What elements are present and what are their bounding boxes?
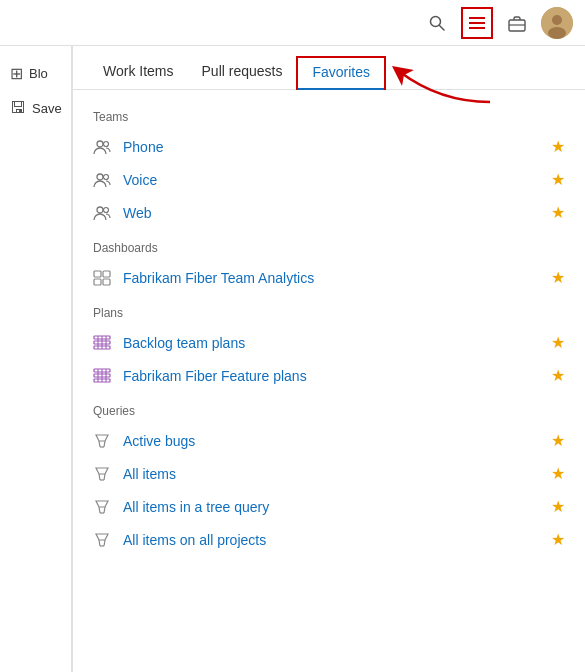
- team-icon: [93, 139, 113, 155]
- svg-line-30: [99, 441, 100, 447]
- item-label-backlog-plans: Backlog team plans: [123, 335, 543, 351]
- plan-icon-feature: [93, 368, 113, 384]
- item-label-web: Web: [123, 205, 543, 221]
- svg-marker-29: [96, 435, 108, 441]
- save-icon: 🖫: [10, 99, 26, 117]
- svg-rect-16: [103, 279, 110, 285]
- list-item-phone[interactable]: Phone ★: [73, 130, 585, 163]
- list-item-all-projects[interactable]: All items on all projects ★: [73, 523, 585, 556]
- tab-favorites[interactable]: Favorites: [296, 56, 386, 90]
- svg-line-35: [104, 474, 105, 480]
- star-backlog-plans[interactable]: ★: [551, 333, 565, 352]
- item-label-all-items: All items: [123, 466, 543, 482]
- svg-rect-13: [94, 271, 101, 277]
- sidebar: ⊞ Blo 🖫 Save: [0, 46, 72, 672]
- star-all-projects[interactable]: ★: [551, 530, 565, 549]
- list-item-backlog-plans[interactable]: Backlog team plans ★: [73, 326, 585, 359]
- section-label-plans: Plans: [73, 294, 585, 326]
- list-item-active-bugs[interactable]: Active bugs ★: [73, 424, 585, 457]
- board-icon: ⊞: [10, 64, 23, 83]
- item-label-phone: Phone: [123, 139, 543, 155]
- item-label-tree-query: All items in a tree query: [123, 499, 543, 515]
- query-icon-all-projects: [93, 532, 113, 548]
- dashboard-icon: [93, 270, 113, 286]
- hamburger-menu-icon[interactable]: [461, 7, 493, 39]
- plan-icon-backlog: [93, 335, 113, 351]
- item-label-active-bugs: Active bugs: [123, 433, 543, 449]
- star-active-bugs[interactable]: ★: [551, 431, 565, 450]
- star-voice[interactable]: ★: [551, 170, 565, 189]
- sidebar-item-board[interactable]: ⊞ Blo: [0, 56, 71, 91]
- team-icon-voice: [93, 172, 113, 188]
- star-all-items[interactable]: ★: [551, 464, 565, 483]
- svg-point-11: [97, 207, 103, 213]
- sidebar-item-label: Blo: [29, 66, 48, 81]
- svg-point-8: [104, 141, 109, 146]
- item-label-all-projects: All items on all projects: [123, 532, 543, 548]
- item-label-fabrikam-analytics: Fabrikam Fiber Team Analytics: [123, 270, 543, 286]
- svg-line-43: [104, 540, 105, 546]
- svg-rect-15: [94, 279, 101, 285]
- star-feature-plans[interactable]: ★: [551, 366, 565, 385]
- briefcase-icon[interactable]: [501, 7, 533, 39]
- sidebar-item-label2: Save: [32, 101, 62, 116]
- list-item-feature-plans[interactable]: Fabrikam Fiber Feature plans ★: [73, 359, 585, 392]
- svg-point-5: [552, 15, 562, 25]
- list-item-tree-query[interactable]: All items in a tree query ★: [73, 490, 585, 523]
- list-item-all-items[interactable]: All items ★: [73, 457, 585, 490]
- main-panel: Work Items Pull requests Favorites Teams…: [72, 46, 585, 672]
- section-label-teams: Teams: [73, 98, 585, 130]
- svg-point-9: [97, 174, 103, 180]
- section-label-queries: Queries: [73, 392, 585, 424]
- svg-point-10: [104, 174, 109, 179]
- svg-rect-14: [103, 271, 110, 277]
- query-icon-active-bugs: [93, 433, 113, 449]
- list-item-voice[interactable]: Voice ★: [73, 163, 585, 196]
- avatar[interactable]: [541, 7, 573, 39]
- tab-work-items[interactable]: Work Items: [89, 63, 188, 89]
- svg-marker-37: [96, 501, 108, 507]
- list-item-fabrikam-analytics[interactable]: Fabrikam Fiber Team Analytics ★: [73, 261, 585, 294]
- top-bar: [0, 0, 585, 46]
- query-icon-all-items: [93, 466, 113, 482]
- tabs-bar: Work Items Pull requests Favorites: [73, 46, 585, 90]
- svg-point-7: [97, 141, 103, 147]
- svg-line-38: [99, 507, 100, 513]
- query-icon-tree-query: [93, 499, 113, 515]
- team-icon-web: [93, 205, 113, 221]
- tab-pull-requests[interactable]: Pull requests: [188, 63, 297, 89]
- favorites-content: Teams Phone ★: [73, 90, 585, 672]
- search-icon[interactable]: [421, 7, 453, 39]
- svg-line-39: [104, 507, 105, 513]
- section-label-dashboards: Dashboards: [73, 229, 585, 261]
- star-web[interactable]: ★: [551, 203, 565, 222]
- svg-marker-41: [96, 534, 108, 540]
- svg-line-42: [99, 540, 100, 546]
- list-item-web[interactable]: Web ★: [73, 196, 585, 229]
- star-fabrikam-analytics[interactable]: ★: [551, 268, 565, 287]
- svg-point-12: [104, 207, 109, 212]
- item-label-voice: Voice: [123, 172, 543, 188]
- sidebar-item-save[interactable]: 🖫 Save: [0, 91, 71, 125]
- svg-line-34: [99, 474, 100, 480]
- svg-line-1: [440, 25, 445, 30]
- svg-point-6: [548, 27, 566, 39]
- item-label-feature-plans: Fabrikam Fiber Feature plans: [123, 368, 543, 384]
- star-tree-query[interactable]: ★: [551, 497, 565, 516]
- svg-marker-33: [96, 468, 108, 474]
- svg-line-31: [104, 441, 105, 447]
- star-phone[interactable]: ★: [551, 137, 565, 156]
